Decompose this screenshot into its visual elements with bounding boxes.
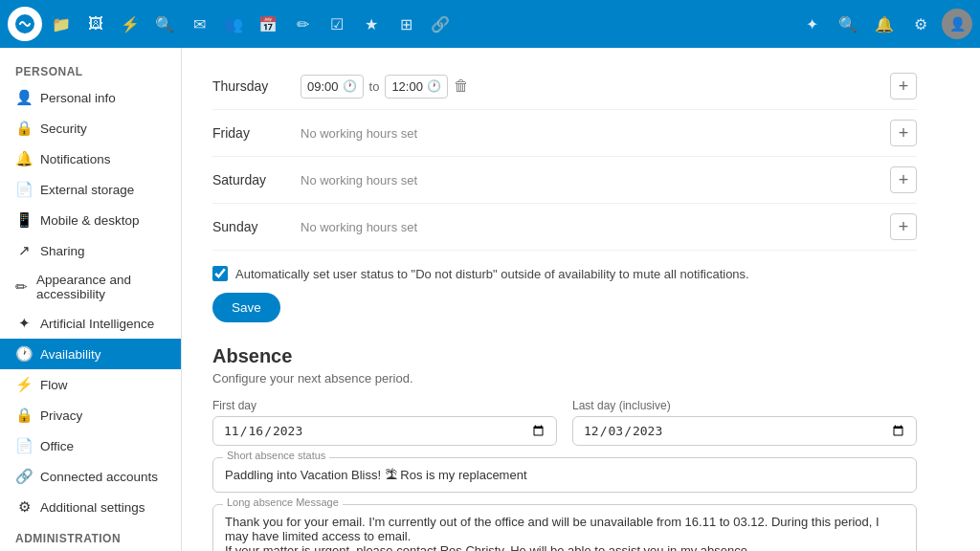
photos-icon[interactable]: 🖼 <box>80 9 111 39</box>
first-day-label: First day <box>212 399 557 412</box>
flow-icon: ⚡ <box>15 376 33 393</box>
mail-icon[interactable]: ✉ <box>184 9 214 39</box>
bell-icon: 🔔 <box>15 150 33 167</box>
sidebar-item-office[interactable]: 📄 Office <box>0 430 181 461</box>
avatar[interactable]: 👤 <box>942 9 972 39</box>
app-logo[interactable] <box>8 7 42 41</box>
first-day-input[interactable] <box>212 416 557 446</box>
content-inner: Thursday 09:00 🕐 to 12:00 🕐 🗑 + <box>182 48 947 551</box>
saturday-label: Saturday <box>212 172 289 187</box>
sidebar-item-notifications[interactable]: 🔔 Notifications <box>0 143 181 174</box>
thursday-end-time[interactable]: 12:00 🕐 <box>385 75 448 99</box>
working-hours-save-button[interactable]: Save <box>212 293 280 322</box>
friday-add-button[interactable]: + <box>890 120 917 146</box>
calendar-icon[interactable]: 📅 <box>253 9 283 39</box>
mobile-icon: 📱 <box>15 211 33 229</box>
bookmarks-icon[interactable]: ★ <box>356 9 387 39</box>
last-day-field: Last day (inclusive) <box>572 399 917 446</box>
main-layout: Personal 👤 Personal info 🔒 Security 🔔 No… <box>0 48 980 551</box>
sidebar: Personal 👤 Personal info 🔒 Security 🔔 No… <box>0 48 182 551</box>
ai-icon: ✦ <box>15 315 33 332</box>
saturday-row: Saturday No working hours set + <box>212 157 917 204</box>
notes-icon[interactable]: ✏ <box>287 9 318 39</box>
files-icon[interactable]: 📁 <box>46 9 77 39</box>
sidebar-item-connected-accounts[interactable]: 🔗 Connected accounts <box>0 461 181 492</box>
activity-icon[interactable]: ⚡ <box>115 9 145 39</box>
connected-icon: 🔗 <box>15 468 33 485</box>
dnd-checkbox-row: Automatically set user status to "Do not… <box>212 251 917 293</box>
person-icon: 👤 <box>15 89 33 106</box>
content-area: Thursday 09:00 🕐 to 12:00 🕐 🗑 + <box>182 48 980 551</box>
sidebar-item-mobile-desktop[interactable]: 📱 Mobile & desktop <box>0 205 181 235</box>
sidebar-item-flow[interactable]: ⚡ Flow <box>0 369 181 400</box>
contacts-icon[interactable]: 👥 <box>218 9 249 39</box>
friday-status: No working hours set <box>301 126 417 141</box>
date-row: First day Last day (inclusive) <box>212 399 917 446</box>
sidebar-personal-title: Personal <box>0 55 181 82</box>
lock-icon: 🔒 <box>15 120 33 137</box>
settings-icon: ⚙ <box>15 498 33 516</box>
link-icon[interactable]: 🔗 <box>425 9 456 39</box>
appearance-icon: ✏ <box>15 278 29 296</box>
add-icon[interactable]: ✦ <box>796 9 827 39</box>
long-absence-textarea[interactable]: Thank you for your email. I'm currently … <box>213 505 916 551</box>
to-label: to <box>369 79 380 94</box>
search-top-icon[interactable]: 🔍 <box>833 9 863 39</box>
topbar-nav-icons: 📁 🖼 ⚡ 🔍 ✉ 👥 📅 ✏ ☑ ★ ⊞ 🔗 <box>46 9 796 39</box>
thursday-label: Thursday <box>212 78 289 94</box>
first-day-field: First day <box>212 399 557 446</box>
dnd-checkbox[interactable] <box>212 266 228 281</box>
share-icon: ↗ <box>15 242 33 259</box>
dnd-checkbox-label: Automatically set user status to "Do not… <box>235 267 749 281</box>
grid-icon[interactable]: ⊞ <box>390 9 421 39</box>
short-absence-label: Short absence status <box>223 450 329 461</box>
notifications-bell-icon[interactable]: 🔔 <box>869 9 900 39</box>
long-absence-label: Long absence Message <box>223 496 343 508</box>
sidebar-item-appearance[interactable]: ✏ Appearance and accessibility <box>0 266 181 308</box>
thursday-row: Thursday 09:00 🕐 to 12:00 🕐 🗑 + <box>212 63 917 110</box>
saturday-add-button[interactable]: + <box>890 166 917 193</box>
clock-end-icon: 🕐 <box>427 79 441 93</box>
sidebar-item-additional-settings[interactable]: ⚙ Additional settings <box>0 492 181 522</box>
sunday-add-button[interactable]: + <box>890 213 917 240</box>
sidebar-item-security[interactable]: 🔒 Security <box>0 113 181 143</box>
sidebar-admin-title: Administration <box>0 522 181 549</box>
sidebar-item-availability[interactable]: 🕐 Availability <box>0 339 181 369</box>
topbar: 📁 🖼 ⚡ 🔍 ✉ 👥 📅 ✏ ☑ ★ ⊞ 🔗 ✦ 🔍 🔔 ⚙ 👤 <box>0 0 980 48</box>
sidebar-item-ai[interactable]: ✦ Artificial Intelligence <box>0 308 181 339</box>
sunday-row: Sunday No working hours set + <box>212 204 917 251</box>
settings-gear-icon[interactable]: ⚙ <box>905 9 936 39</box>
absence-title: Absence <box>212 345 917 367</box>
absence-description: Configure your next absence period. <box>212 371 917 386</box>
thursday-add-button[interactable]: + <box>890 73 917 99</box>
sunday-label: Sunday <box>212 219 289 234</box>
search-nav-icon[interactable]: 🔍 <box>149 9 180 39</box>
thursday-time-block: 09:00 🕐 to 12:00 🕐 🗑 <box>301 75 469 99</box>
long-absence-wrapper: Long absence Message Thank you for your … <box>212 504 917 551</box>
sidebar-item-sharing[interactable]: ↗ Sharing <box>0 235 181 266</box>
sidebar-item-privacy[interactable]: 🔒 Privacy <box>0 400 181 430</box>
thursday-delete-button[interactable]: 🗑 <box>454 77 469 95</box>
topbar-right: ✦ 🔍 🔔 ⚙ 👤 <box>796 9 972 39</box>
short-absence-input[interactable] <box>213 458 916 492</box>
external-icon: 📄 <box>15 181 33 198</box>
last-day-input[interactable] <box>572 416 917 446</box>
sunday-status: No working hours set <box>301 220 417 234</box>
short-absence-wrapper: Short absence status <box>212 457 917 493</box>
sidebar-item-external-storage[interactable]: 📄 External storage <box>0 174 181 205</box>
clock-icon: 🕐 <box>15 345 33 363</box>
office-icon: 📄 <box>15 437 33 454</box>
last-day-label: Last day (inclusive) <box>572 399 917 412</box>
privacy-icon: 🔒 <box>15 407 33 424</box>
friday-row: Friday No working hours set + <box>212 110 917 157</box>
sidebar-item-personal-info[interactable]: 👤 Personal info <box>0 82 181 113</box>
saturday-status: No working hours set <box>301 173 417 187</box>
friday-label: Friday <box>212 125 289 141</box>
tasks-icon[interactable]: ☑ <box>322 9 352 39</box>
thursday-start-time[interactable]: 09:00 🕐 <box>301 75 364 99</box>
clock-start-icon: 🕐 <box>343 79 357 93</box>
